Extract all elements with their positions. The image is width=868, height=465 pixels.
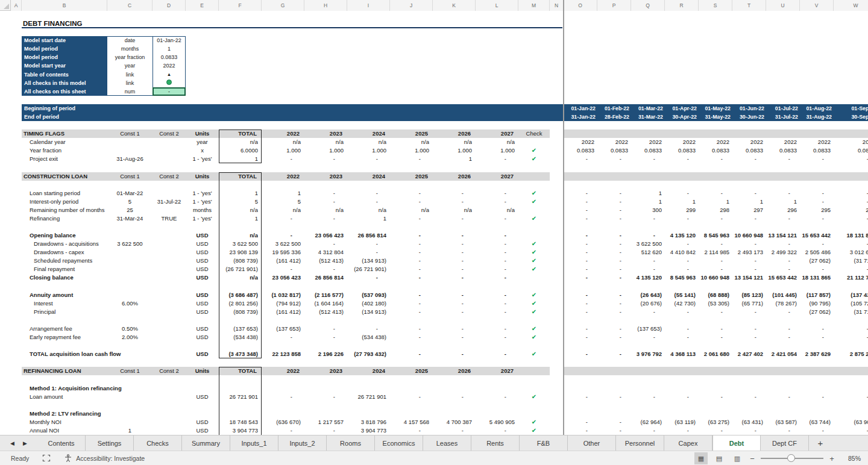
cell-L18[interactable]: -: [476, 155, 506, 163]
cell-month-7-row-31[interactable]: -: [766, 265, 790, 273]
cell-month-5-row-41[interactable]: 2 061 680: [699, 350, 729, 358]
period-date-end-7[interactable]: 31-Jul-22: [766, 113, 798, 121]
cell-month-1-row-23[interactable]: -: [564, 198, 588, 206]
check-ok-icon-row-29[interactable]: ✔: [518, 248, 550, 257]
cell-I35[interactable]: (402 180): [347, 299, 386, 308]
cell-month-4-row-27[interactable]: 4 135 120: [665, 231, 696, 240]
cell-G36[interactable]: (161 412): [262, 308, 301, 316]
cell-L25[interactable]: -: [476, 214, 506, 223]
cell-month-9-row-35[interactable]: (105 723): [834, 299, 868, 308]
cell-month-2-row-50[interactable]: -: [597, 426, 621, 435]
cell-month-2-row-34[interactable]: -: [597, 291, 621, 299]
cell-F41[interactable]: (3 473 348): [219, 350, 258, 358]
cell-month-6-row-46[interactable]: -: [732, 393, 756, 401]
cell-month-4-row-23[interactable]: 1: [665, 198, 696, 206]
macro-record-icon[interactable]: [42, 454, 51, 462]
sheet-tab-rents[interactable]: Rents: [471, 435, 520, 451]
cell-month-7-row-46[interactable]: -: [766, 393, 790, 401]
cell-G28[interactable]: 3 622 500: [262, 240, 301, 248]
cell-K25[interactable]: -: [433, 214, 464, 223]
view-normal-icon[interactable]: ▦: [694, 452, 708, 464]
cell-month-8-row-49[interactable]: (63 744): [800, 418, 831, 426]
cell-month-3-row-29[interactable]: 512 620: [631, 248, 662, 257]
cell-month-4-row-49[interactable]: (63 119): [665, 418, 696, 426]
cell-month-5-row-49[interactable]: (63 275): [699, 418, 729, 426]
cell-K39[interactable]: -: [433, 333, 464, 342]
cell-month-5-row-38[interactable]: -: [699, 325, 723, 333]
period-date-begin-7[interactable]: 01-Jul-22: [766, 104, 798, 113]
cell-month-9-row-16[interactable]: 2022: [834, 138, 868, 146]
cell-L31[interactable]: -: [476, 265, 506, 273]
cell-month-4-row-24[interactable]: 299: [665, 206, 696, 214]
cell-L39[interactable]: -: [476, 333, 506, 342]
cell-E22[interactable]: 1 - 'yes': [186, 189, 219, 198]
cell-C25[interactable]: 31-Mar-24: [107, 214, 153, 223]
cell-month-5-row-34[interactable]: (68 888): [699, 291, 729, 299]
sheet-tab-dept-cf[interactable]: Dept CF: [761, 435, 809, 451]
cell-H18[interactable]: -: [304, 155, 335, 163]
cell-K30[interactable]: -: [433, 257, 464, 265]
cell-K17[interactable]: 1.000: [433, 146, 472, 155]
cell-month-5-row-36[interactable]: -: [699, 308, 723, 316]
cell-C50[interactable]: 1: [107, 426, 153, 435]
cell-E32[interactable]: USD: [186, 273, 219, 282]
col-header-G[interactable]: G: [262, 0, 304, 11]
cell-J25[interactable]: -: [390, 214, 421, 223]
cell-E49[interactable]: USD: [186, 418, 219, 426]
cell-month-4-row-28[interactable]: -: [665, 240, 689, 248]
period-date-end-3[interactable]: 31-Mar-22: [631, 113, 663, 121]
cell-month-8-row-31[interactable]: -: [800, 265, 824, 273]
cell-month-8-row-27[interactable]: 15 653 442: [800, 231, 831, 240]
cell-month-6-row-36[interactable]: -: [732, 308, 756, 316]
cell-month-8-row-29[interactable]: 2 505 486: [800, 248, 831, 257]
cell-month-7-row-39[interactable]: -: [766, 333, 790, 342]
cell-E38[interactable]: USD: [186, 325, 219, 333]
period-date-end-2[interactable]: 28-Feb-22: [597, 113, 629, 121]
cell-month-1-row-34[interactable]: -: [564, 291, 588, 299]
cell-month-5-row-25[interactable]: -: [699, 214, 723, 223]
sheet-tab-other[interactable]: Other: [568, 435, 616, 451]
cell-F29[interactable]: 23 908 139: [219, 248, 258, 257]
cell-I18[interactable]: -: [347, 155, 378, 163]
info-unit-7[interactable]: num: [107, 87, 153, 96]
check-ok-icon-row-38[interactable]: ✔: [518, 325, 550, 333]
period-date-end-4[interactable]: 30-Apr-22: [665, 113, 697, 121]
cell-G34[interactable]: (1 032 817): [262, 291, 301, 299]
cell-F23[interactable]: 5: [219, 198, 258, 206]
cell-K38[interactable]: -: [433, 325, 464, 333]
cell-L22[interactable]: -: [476, 189, 506, 198]
cell-month-1-row-17[interactable]: 0.0833: [564, 146, 594, 155]
col-header-B[interactable]: B: [22, 0, 107, 11]
cell-month-6-row-17[interactable]: 0.0833: [732, 146, 763, 155]
cell-month-2-row-17[interactable]: 0.0833: [597, 146, 628, 155]
cell-month-3-row-24[interactable]: 300: [631, 206, 662, 214]
info-value-3[interactable]: 0.0833: [153, 53, 186, 61]
cell-L24[interactable]: n/a: [476, 206, 515, 214]
sheet-tab-inputs-1[interactable]: Inputs_1: [230, 435, 278, 451]
cell-month-8-row-32[interactable]: 18 131 865: [800, 273, 831, 282]
cell-G50[interactable]: -: [262, 426, 292, 435]
cell-H22[interactable]: -: [304, 189, 335, 198]
cell-K36[interactable]: -: [433, 308, 464, 316]
cell-F35[interactable]: (2 801 256): [219, 299, 258, 308]
cell-month-1-row-49[interactable]: -: [564, 418, 588, 426]
cell-K49[interactable]: 4 700 387: [433, 418, 472, 426]
cell-month-8-row-18[interactable]: -: [800, 155, 824, 163]
cell-month-7-row-34[interactable]: (101 445): [766, 291, 797, 299]
cell-month-9-row-31[interactable]: -: [834, 265, 868, 273]
zoom-slider-knob[interactable]: [787, 454, 795, 462]
cell-F22[interactable]: 1: [219, 189, 258, 198]
cell-month-9-row-46[interactable]: -: [834, 393, 868, 401]
sheet-tab-economics[interactable]: Economics: [375, 435, 423, 451]
cell-F30[interactable]: (808 739): [219, 257, 258, 265]
cell-E28[interactable]: USD: [186, 240, 219, 248]
sheet-tab-debt[interactable]: Debt: [712, 435, 761, 451]
cell-K22[interactable]: -: [433, 189, 464, 198]
cell-H50[interactable]: -: [304, 426, 335, 435]
col-header-Q[interactable]: Q: [631, 0, 665, 11]
cell-month-6-row-34[interactable]: (85 123): [732, 291, 763, 299]
cell-E25[interactable]: 1 - 'yes': [186, 214, 219, 223]
cell-month-8-row-25[interactable]: -: [800, 214, 824, 223]
cell-C23[interactable]: 5: [107, 198, 153, 206]
cell-month-4-row-22[interactable]: -: [665, 189, 689, 198]
